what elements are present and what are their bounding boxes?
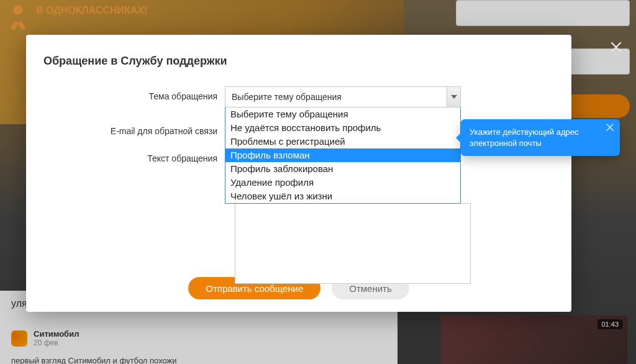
- select-arrow-button[interactable]: [447, 87, 460, 107]
- message-textarea[interactable]: [235, 203, 471, 284]
- label-topic: Тема обращения: [43, 86, 225, 101]
- topic-option[interactable]: Удаление профиля: [225, 176, 460, 189]
- topic-select-value: Выберите тему обращения: [232, 92, 342, 102]
- tooltip-text: Укажите действующий адрес электронной по…: [470, 127, 579, 148]
- close-icon: [606, 124, 614, 131]
- topic-option[interactable]: Выберите тему обращения: [225, 107, 460, 121]
- email-tooltip: Укажите действующий адрес электронной по…: [461, 119, 620, 156]
- close-modal-button[interactable]: [604, 35, 629, 60]
- topic-option[interactable]: Профиль заблокирован: [225, 162, 460, 176]
- chevron-down-icon: [451, 95, 457, 99]
- row-topic: Тема обращения Выберите тему обращения В…: [43, 86, 554, 107]
- tooltip-close-button[interactable]: [606, 123, 615, 132]
- modal-title: Обращение в Службу поддержки: [43, 55, 554, 68]
- topic-select[interactable]: Выберите тему обращения: [225, 86, 461, 107]
- label-email: E-mail для обратной связи: [43, 121, 225, 136]
- support-modal: Обращение в Службу поддержки Тема обраще…: [26, 35, 571, 312]
- topic-option[interactable]: Не удаётся восстановить профиль: [225, 121, 460, 135]
- topic-option[interactable]: Профиль взломан: [225, 148, 460, 162]
- topic-option[interactable]: Проблемы с регистрацией: [225, 135, 460, 148]
- close-icon: [610, 41, 622, 53]
- topic-dropdown-list[interactable]: Выберите тему обращенияНе удаётся восста…: [225, 107, 461, 204]
- label-text: Текст обращения: [43, 148, 225, 163]
- topic-option[interactable]: Человек ушёл из жизни: [225, 189, 460, 203]
